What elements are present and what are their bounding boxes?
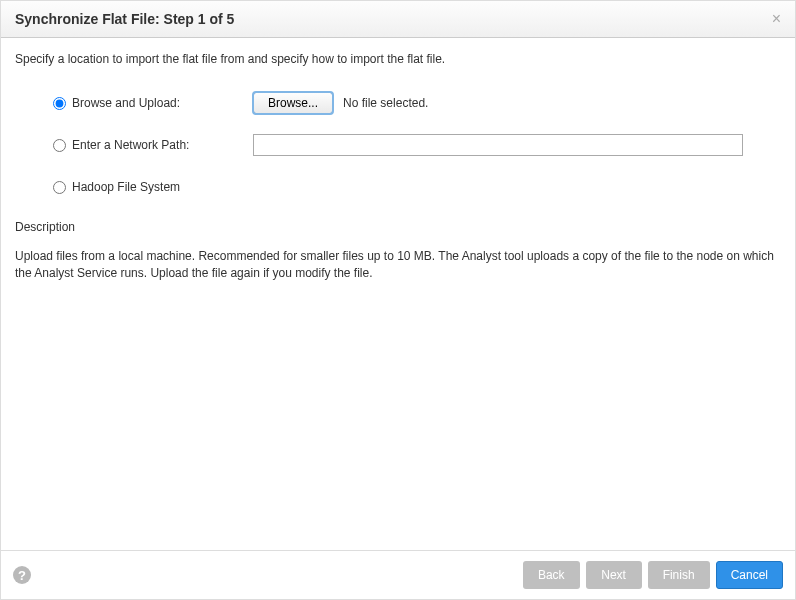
instruction-text: Specify a location to import the flat fi… <box>15 52 781 66</box>
radio-browse-upload-label: Browse and Upload: <box>72 96 180 110</box>
next-button[interactable]: Next <box>586 561 642 589</box>
radio-network-path-cell: Enter a Network Path: <box>53 138 253 152</box>
back-button[interactable]: Back <box>523 561 580 589</box>
radio-network-path-label: Enter a Network Path: <box>72 138 189 152</box>
option-network-path: Enter a Network Path: <box>53 132 781 158</box>
close-icon[interactable]: × <box>772 11 781 27</box>
option-browse-upload: Browse and Upload: Browse... No file sel… <box>53 90 781 116</box>
option-hadoop: Hadoop File System <box>53 174 781 200</box>
import-options: Browse and Upload: Browse... No file sel… <box>53 90 781 200</box>
footer-buttons: Back Next Finish Cancel <box>523 561 783 589</box>
wizard-dialog: Synchronize Flat File: Step 1 of 5 × Spe… <box>0 0 796 600</box>
network-path-input[interactable] <box>253 134 743 156</box>
dialog-footer: ? Back Next Finish Cancel <box>1 550 795 599</box>
radio-hadoop-label: Hadoop File System <box>72 180 180 194</box>
radio-browse-upload-cell: Browse and Upload: <box>53 96 253 110</box>
browse-button[interactable]: Browse... <box>253 92 333 114</box>
radio-hadoop-cell: Hadoop File System <box>53 180 253 194</box>
file-status-text: No file selected. <box>343 96 428 110</box>
radio-browse-upload[interactable] <box>53 97 66 110</box>
dialog-title: Synchronize Flat File: Step 1 of 5 <box>15 11 234 27</box>
radio-network-path[interactable] <box>53 139 66 152</box>
dialog-header: Synchronize Flat File: Step 1 of 5 × <box>1 1 795 38</box>
browse-field-cell: Browse... No file selected. <box>253 92 781 114</box>
finish-button[interactable]: Finish <box>648 561 710 589</box>
cancel-button[interactable]: Cancel <box>716 561 783 589</box>
help-icon[interactable]: ? <box>13 566 31 584</box>
radio-hadoop[interactable] <box>53 181 66 194</box>
dialog-content: Specify a location to import the flat fi… <box>1 38 795 550</box>
network-field-cell <box>253 134 781 156</box>
description-label: Description <box>15 220 781 234</box>
description-text: Upload files from a local machine. Recom… <box>15 248 781 283</box>
